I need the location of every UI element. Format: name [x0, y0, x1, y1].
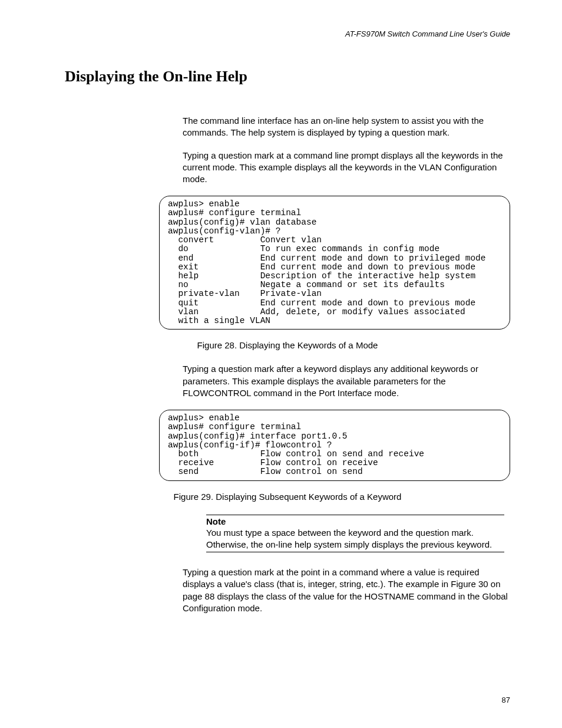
- note-rule-bottom: [206, 552, 504, 552]
- running-header: AT-FS970M Switch Command Line User's Gui…: [65, 29, 510, 38]
- code-block-1: awplus> enable awplus# configure termina…: [159, 196, 510, 330]
- page: AT-FS970M Switch Command Line User's Gui…: [0, 0, 562, 728]
- figure-caption-28: Figure 28. Displaying the Keywords of a …: [65, 340, 510, 350]
- section-title: Displaying the On-line Help: [65, 68, 510, 85]
- note-rule-top: [206, 515, 504, 515]
- page-number: 87: [502, 696, 510, 704]
- figure-caption-29: Figure 29. Displaying Subsequent Keyword…: [65, 492, 510, 502]
- code-block-2: awplus> enable awplus# configure termina…: [159, 410, 510, 481]
- note-block: Note You must type a space between the k…: [206, 515, 504, 553]
- paragraph-4: Typing a question mark at the point in a…: [183, 566, 510, 614]
- note-title: Note: [206, 516, 504, 526]
- note-body: You must type a space between the keywor…: [206, 527, 504, 551]
- paragraph-1: The command line interface has an on-lin…: [183, 115, 510, 139]
- paragraph-3: Typing a question mark after a keyword d…: [183, 363, 510, 399]
- paragraph-2: Typing a question mark at a command line…: [183, 150, 510, 186]
